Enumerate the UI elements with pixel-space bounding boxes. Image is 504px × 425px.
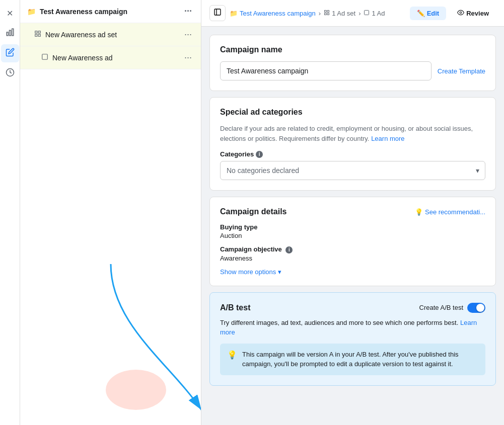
campaign-name-row: Create Template	[220, 61, 485, 80]
campaign-name-card: Campaign name Create Template	[209, 35, 496, 91]
sidebar-item-ad[interactable]: New Awareness ad ···	[20, 46, 201, 69]
ab-test-title: A/B test	[220, 303, 250, 312]
ad-more-button[interactable]: ···	[182, 51, 194, 64]
adset-icon	[34, 30, 41, 39]
edit-pencil-icon: ✏️	[417, 10, 425, 17]
svg-rect-4	[35, 31, 37, 33]
ab-test-card: A/B test Create A/B test Try different i…	[209, 292, 496, 386]
breadcrumb-ad-item[interactable]: 1 Ad	[364, 10, 385, 17]
sidebar-toggle-icon	[213, 8, 222, 18]
breadcrumb: 📁 Test Awareness campaign › 1 Ad set ›	[230, 10, 406, 17]
folder-icon: 📁	[27, 8, 36, 16]
campaign-objective-label: Campaign objective i	[220, 245, 485, 253]
campaign-name-title: Campaign name	[220, 45, 485, 54]
sidebar-item-campaign[interactable]: 📁 Test Awareness campaign ···	[20, 0, 201, 23]
breadcrumb-sep-1: ›	[319, 10, 321, 17]
arrow-svg	[20, 224, 201, 425]
svg-rect-5	[38, 31, 40, 33]
edit-button[interactable]	[1, 44, 19, 62]
breadcrumb-ad-icon	[364, 10, 370, 17]
svg-rect-7	[38, 34, 40, 36]
show-more-options-button[interactable]: Show more options ▾	[220, 268, 281, 276]
svg-rect-2	[12, 29, 13, 36]
breadcrumb-actions: ✏️ Edit Review	[410, 6, 496, 21]
campaign-more-button[interactable]: ···	[182, 5, 194, 18]
breadcrumb-folder-icon: 📁	[230, 10, 238, 17]
campaign-details-header: Campaign details 💡 See recommendati...	[220, 207, 485, 216]
categories-select[interactable]: No categories declared Credit Employment…	[220, 161, 485, 180]
svg-rect-15	[325, 13, 327, 15]
main-content: 📁 Test Awareness campaign › 1 Ad set ›	[201, 0, 504, 425]
special-ad-categories-title: Special ad categories	[220, 108, 485, 117]
ab-test-description: Try different images, ad text, audiences…	[220, 318, 485, 337]
svg-point-18	[460, 12, 462, 14]
see-recommendations-button[interactable]: 💡 See recommendati...	[415, 208, 485, 216]
campaign-details-title: Campaign details	[220, 207, 286, 216]
ab-info-text: This campaign will be version A in your …	[242, 350, 478, 369]
svg-rect-1	[9, 30, 11, 36]
svg-rect-0	[7, 32, 8, 36]
svg-rect-6	[35, 34, 37, 36]
review-button[interactable]: Review	[450, 6, 496, 21]
campaign-objective-value: Awareness	[220, 254, 485, 262]
content-area: Campaign name Create Template Special ad…	[201, 27, 504, 394]
breadcrumb-adset-icon	[324, 10, 330, 17]
eye-icon	[457, 9, 464, 18]
svg-rect-16	[327, 13, 329, 15]
ab-info-box: 💡 This campaign will be version A in you…	[220, 344, 485, 375]
adset-label: New Awareness ad set	[45, 31, 182, 39]
close-icon: ✕	[7, 9, 13, 18]
close-button[interactable]: ✕	[1, 4, 19, 22]
ad-label: New Awareness ad	[52, 54, 182, 62]
ab-create-label: Create A/B test	[419, 304, 463, 311]
categories-info-icon[interactable]: i	[256, 151, 263, 158]
svg-rect-13	[325, 10, 327, 12]
analytics-button[interactable]	[1, 24, 19, 42]
ab-toggle-row: Create A/B test	[419, 303, 485, 313]
sidebar: 📁 Test Awareness campaign ··· New Awaren…	[20, 0, 201, 425]
pencil-icon	[6, 48, 15, 59]
campaign-objective-row: Campaign objective i Awareness	[220, 245, 485, 262]
special-ad-categories-card: Special ad categories Declare if your ad…	[209, 97, 496, 191]
categories-select-wrapper: No categories declared Credit Employment…	[220, 161, 485, 180]
icon-bar: ✕	[0, 0, 20, 425]
arrow-area	[20, 69, 201, 425]
lightbulb-icon: 💡	[415, 208, 423, 216]
chevron-down-icon: ▾	[278, 268, 281, 276]
toggle-knob	[476, 304, 484, 312]
buying-type-row: Buying type Auction	[220, 223, 485, 239]
edit-action-button[interactable]: ✏️ Edit	[410, 7, 447, 20]
bar-chart-icon	[6, 28, 15, 39]
special-ad-categories-desc: Declare if your ads are related to credi…	[220, 124, 485, 143]
buying-type-value: Auction	[220, 232, 485, 239]
sidebar-toggle-button[interactable]	[209, 5, 226, 21]
svg-rect-17	[365, 10, 369, 15]
history-button[interactable]	[1, 64, 19, 82]
campaign-name-input[interactable]	[220, 61, 431, 80]
svg-point-10	[106, 370, 166, 410]
ab-test-header: A/B test Create A/B test	[220, 303, 485, 313]
special-ad-learn-more-link[interactable]: Learn more	[371, 135, 404, 142]
adset-more-button[interactable]: ···	[182, 28, 194, 41]
breadcrumb-campaign-link[interactable]: 📁 Test Awareness campaign	[230, 10, 316, 17]
categories-label: Categories i	[220, 150, 485, 158]
breadcrumb-bar: 📁 Test Awareness campaign › 1 Ad set ›	[201, 0, 504, 27]
sidebar-item-adset[interactable]: New Awareness ad set ···	[20, 23, 201, 46]
ad-icon	[41, 53, 48, 62]
breadcrumb-adset-item[interactable]: 1 Ad set	[324, 10, 355, 17]
svg-rect-11	[214, 9, 221, 15]
clock-icon	[6, 68, 15, 79]
ab-lightbulb-icon: 💡	[227, 350, 237, 360]
svg-rect-14	[327, 10, 329, 12]
campaign-details-card: Campaign details 💡 See recommendati... B…	[209, 197, 496, 286]
ab-test-toggle[interactable]	[467, 303, 485, 313]
create-template-link[interactable]: Create Template	[438, 67, 485, 75]
campaign-label: Test Awareness campaign	[40, 8, 182, 16]
buying-type-label: Buying type	[220, 223, 485, 231]
svg-rect-8	[42, 54, 48, 60]
breadcrumb-sep-2: ›	[358, 10, 361, 17]
objective-info-icon[interactable]: i	[285, 246, 293, 253]
